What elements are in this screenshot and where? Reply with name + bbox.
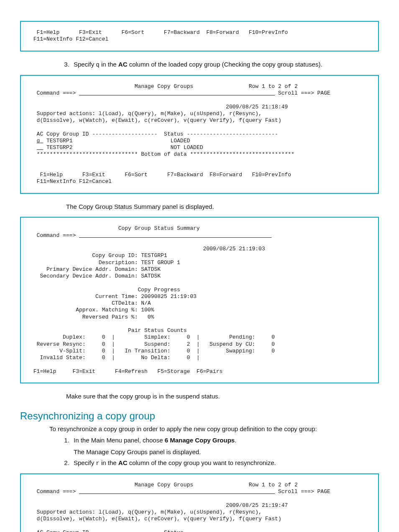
p3-description: Description: TEST GROUP 1 [30, 260, 180, 266]
resync-intro: To resynchronize a copy group in order t… [49, 424, 379, 434]
p3-matching: Approx. Matching %: 100% [30, 307, 154, 313]
p4-supported-1: Supported actions: l(Load), q(Query), m(… [30, 509, 262, 515]
p3-group-id: Copy Group ID: TESTGRP1 [30, 252, 167, 259]
p3-ctdelta: CTDelta: N/A [30, 300, 151, 306]
step-3-mid: in the [100, 61, 118, 68]
p3-secondary-domain: Secondary Device Addr. Domain: SATDSK [30, 273, 161, 279]
fkeys-line-2: F11=NextInfo F12=Cancel [30, 36, 108, 42]
terminal-panel-manage-copy-groups-q: Manage Copy Groups Row 1 to 2 of 2 Comma… [20, 75, 379, 194]
p3-pair-r3: V-Split: 0 | In Transition: 0 | Swapping… [30, 348, 275, 354]
p2-title-row: Manage Copy Groups Row 1 to 2 of 2 [30, 83, 298, 90]
step-2-suffix: column of the copy group you want to res… [127, 459, 276, 466]
p2-supported-1: Supported actions: l(Load), q(Query), m(… [30, 111, 262, 117]
step-2-mid: in the [100, 459, 118, 466]
step-3-bold: AC [118, 61, 128, 68]
p3-current-time: Current Time: 20090825 21:19:03 [30, 293, 197, 300]
p2-supported-2: d(Dissolve), w(Watch), e(Ewait), c(reCov… [30, 117, 281, 123]
p2-bottom-of-data: ******************************* Bottom o… [30, 151, 294, 157]
p4-supported-2: d(Dissolve), w(Watch), e(Ewait), c(reCov… [30, 516, 281, 522]
p4-header-row: AC Copy Group ID -------------------- St… [30, 529, 278, 532]
p2-timestamp: 2009/08/25 21:18:49 [30, 104, 288, 110]
step-list-resync: In the Main Menu panel, choose 6 Manage … [59, 436, 379, 468]
p2-row2-pad [30, 144, 37, 151]
step-3-code: q [96, 62, 99, 68]
text-status-summary-displayed: The Copy Group Status Summary panel is d… [66, 202, 379, 211]
p2-fkeys-1: F1=Help F3=Exit F6=Sort F7=Backward F8=F… [30, 172, 291, 178]
p2-header-row: AC Copy Group ID -------------------- St… [30, 131, 278, 137]
p3-pair-r1: Duplex: 0 | Simplex: 0 | Pending: 0 [30, 334, 275, 340]
fkeys-line-1: F1=Help F3=Exit F6=Sort F7=Backward F8=F… [30, 29, 288, 36]
terminal-panel-copy-group-status-summary: Copy Group Status Summary Command ===> 2… [20, 217, 379, 383]
p2-row2-ac-input[interactable] [37, 144, 43, 151]
step-3-suffix: column of the loaded copy group (Checkin… [127, 61, 322, 68]
step-2: Specify r in the AC column of the copy g… [71, 458, 379, 468]
step-1-sub: The Manage Copy Groups panel is displaye… [74, 447, 379, 457]
p2-scroll: Scroll ===> PAGE [275, 90, 330, 96]
p4-cmd-input[interactable] [79, 488, 275, 495]
step-2-bold: AC [118, 459, 128, 466]
p2-row1-pad [30, 138, 37, 144]
p4-title-row: Manage Copy Groups Row 1 to 2 of 2 [30, 482, 298, 488]
p2-cmd-input[interactable] [79, 90, 275, 96]
terminal-panel-fkeys: F1=Help F3=Exit F6=Sort F7=Backward F8=F… [20, 21, 379, 51]
p3-timestamp: 2009/08/25 21:19:03 [30, 246, 265, 252]
step-3: Specify q in the AC column of the loaded… [71, 60, 379, 69]
p3-fkeys: F1=Help F3=Exit F4=Refresh F5=Storage F6… [30, 368, 223, 375]
step-1-suffix: . [235, 437, 236, 444]
text-suspend-status: Make sure that the copy group is in the … [66, 392, 379, 401]
p3-primary-domain: Primary Device Addr. Domain: SATDSK [30, 266, 161, 272]
p3-reversed: Reversed Pairs %: 0% [30, 314, 154, 320]
section-heading-resynchronizing: Resynchronizing a copy group [20, 410, 379, 422]
step-3-prefix: Specify [74, 61, 96, 68]
p2-row1-rest: TESTGRP1 LOADED [43, 138, 190, 144]
step-list-top: Specify q in the AC column of the loaded… [59, 60, 379, 69]
p3-cmd-prompt: Command ===> [30, 232, 79, 239]
p4-timestamp: 2009/08/25 21:19:47 [30, 502, 288, 509]
p2-fkeys-2: F11=NextInfo F12=Cancel [30, 178, 112, 185]
step-2-code: r [96, 460, 99, 467]
p3-pair-r4: Invalid State: 0 | No Delta: 0 | [30, 355, 200, 361]
p3-pair-r2: Reverse Resync: 0 | Suspend: 2 | Suspend… [30, 341, 275, 347]
p2-row1-ac-input[interactable]: q [37, 138, 43, 144]
step-1-bold: 6 Manage Copy Groups [165, 437, 235, 444]
p3-copy-progress: Copy Progress [30, 287, 180, 293]
p3-cmd-input[interactable] [79, 232, 271, 239]
p3-pair-status-header: Pair Status Counts [30, 327, 187, 334]
step-1-prefix: In the Main Menu panel, choose [74, 437, 165, 444]
step-2-prefix: Specify [74, 459, 96, 466]
p3-title: Copy Group Status Summary [30, 225, 200, 231]
p2-row2-rest: TESTGRP2 NOT LOADED [43, 144, 203, 151]
terminal-panel-manage-copy-groups-r: Manage Copy Groups Row 1 to 2 of 2 Comma… [20, 473, 379, 532]
p4-scroll: Scroll ===> PAGE [275, 488, 330, 495]
p2-cmd-prompt: Command ===> [30, 90, 79, 96]
step-1: In the Main Menu panel, choose 6 Manage … [71, 436, 379, 457]
p4-cmd-prompt: Command ===> [30, 488, 79, 495]
